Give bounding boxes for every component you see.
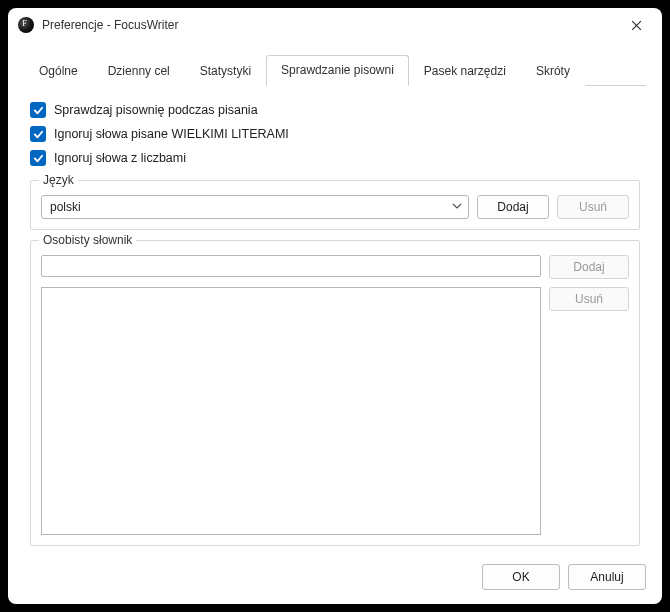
chevron-down-icon <box>452 200 462 214</box>
tab-general[interactable]: Ogólne <box>24 56 93 86</box>
tab-spellcheck[interactable]: Sprawdzanie pisowni <box>266 55 409 86</box>
dictionary-legend: Osobisty słownik <box>39 233 136 247</box>
spellcheck-panel: Sprawdzaj pisownię podczas pisania Ignor… <box>24 86 646 552</box>
tab-shortcuts[interactable]: Skróty <box>521 56 585 86</box>
dialog-footer: OK Anuluj <box>8 552 662 604</box>
checkmark-icon <box>33 129 44 140</box>
checkbox-row-check-while-typing[interactable]: Sprawdzaj pisownię podczas pisania <box>30 102 640 118</box>
close-icon <box>631 20 642 31</box>
checkbox-label: Ignoruj słowa pisane WIELKIMI LITERAMI <box>54 127 289 141</box>
language-fieldset: Język polski Dodaj Usuń <box>30 180 640 230</box>
checkbox-row-ignore-numbers[interactable]: Ignoruj słowa z liczbami <box>30 150 640 166</box>
dictionary-remove-button[interactable]: Usuń <box>549 287 629 311</box>
checkbox-row-ignore-uppercase[interactable]: Ignoruj słowa pisane WIELKIMI LITERAMI <box>30 126 640 142</box>
checkmark-icon <box>33 153 44 164</box>
dictionary-add-button[interactable]: Dodaj <box>549 255 629 279</box>
dictionary-word-input[interactable] <box>41 255 541 277</box>
tabs: Ogólne Dzienny cel Statystyki Sprawdzani… <box>24 54 646 86</box>
checkbox-ignore-uppercase[interactable] <box>30 126 46 142</box>
ok-button[interactable]: OK <box>482 564 560 590</box>
preferences-window: Preferencje - FocusWriter Ogólne Dzienny… <box>8 8 662 604</box>
dictionary-listbox[interactable] <box>41 287 541 535</box>
content-area: Ogólne Dzienny cel Statystyki Sprawdzani… <box>8 42 662 552</box>
tab-daily-goal[interactable]: Dzienny cel <box>93 56 185 86</box>
language-remove-button[interactable]: Usuń <box>557 195 629 219</box>
checkbox-check-while-typing[interactable] <box>30 102 46 118</box>
language-value: polski <box>50 200 81 214</box>
close-button[interactable] <box>614 10 658 40</box>
language-legend: Język <box>39 173 78 187</box>
cancel-button[interactable]: Anuluj <box>568 564 646 590</box>
tab-statistics[interactable]: Statystyki <box>185 56 266 86</box>
checkbox-ignore-numbers[interactable] <box>30 150 46 166</box>
window-title: Preferencje - FocusWriter <box>42 18 178 32</box>
language-combobox[interactable]: polski <box>41 195 469 219</box>
checkbox-label: Sprawdzaj pisownię podczas pisania <box>54 103 258 117</box>
personal-dictionary-fieldset: Osobisty słownik Dodaj Usuń <box>30 240 640 546</box>
checkbox-label: Ignoruj słowa z liczbami <box>54 151 186 165</box>
language-add-button[interactable]: Dodaj <box>477 195 549 219</box>
titlebar: Preferencje - FocusWriter <box>8 8 662 42</box>
checkmark-icon <box>33 105 44 116</box>
tab-toolbar[interactable]: Pasek narzędzi <box>409 56 521 86</box>
app-icon <box>18 17 34 33</box>
